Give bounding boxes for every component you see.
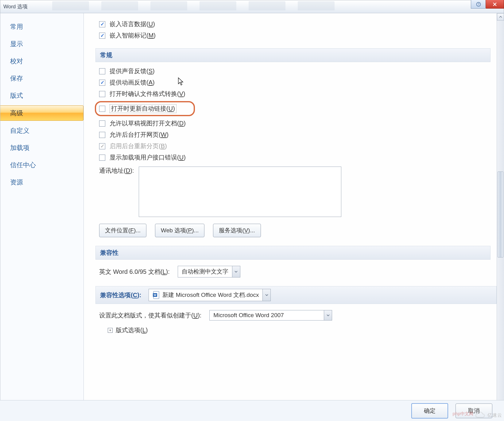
blurred-background-tabs: [52, 1, 464, 12]
check-label: 提供声音反馈(S): [110, 67, 155, 75]
checkbox-icon: [99, 132, 105, 138]
scrollbar[interactable]: [497, 13, 504, 409]
check-label: 显示加载项用户接口错误(U): [110, 153, 186, 162]
title-bar: Word 选项 ?: [0, 0, 504, 13]
layout-options-expander[interactable]: + 版式选项(L): [108, 326, 493, 334]
sidebar-item-layout[interactable]: 版式: [0, 88, 83, 103]
en-word-label: 英文 Word 6.0/95 文档(L):: [99, 268, 170, 276]
sidebar-item-save[interactable]: 保存: [0, 71, 83, 86]
sidebar-item-resources[interactable]: 资源: [0, 175, 83, 190]
checkbox-icon: [99, 91, 105, 97]
service-options-button[interactable]: 服务选项(V)...: [213, 224, 261, 237]
sidebar-item-proofing[interactable]: 校对: [0, 54, 83, 69]
check-addin-ui-errors[interactable]: 显示加载项用户接口错误(U): [99, 153, 493, 162]
check-confirm-convert[interactable]: 打开时确认文件格式转换(V): [99, 90, 493, 98]
web-options-button[interactable]: Web 选项(P)...: [155, 224, 204, 237]
check-embed-language[interactable]: 嵌入语言数据(U): [99, 20, 493, 28]
sidebar-item-advanced[interactable]: 高级: [0, 105, 83, 121]
check-bg-repagination: 启用后台重新分页(B): [99, 142, 493, 150]
watermark-php: php中文网: [452, 411, 473, 417]
check-label: 打开时确认文件格式转换(V): [110, 90, 185, 98]
word-doc-icon: W: [153, 291, 160, 299]
combo-value: 自动检测中文文字: [178, 266, 232, 277]
en-word-row: 英文 Word 6.0/95 文档(L): 自动检测中文文字: [99, 266, 493, 277]
sidebar-item-display[interactable]: 显示: [0, 37, 83, 51]
help-button[interactable]: ?: [471, 0, 486, 9]
compat-options-label: 兼容性选项(C):: [100, 291, 141, 299]
watermark: 亿速云: [474, 411, 502, 420]
checkbox-icon: [99, 33, 105, 39]
check-embed-smart-tags[interactable]: 嵌入智能标记(M): [99, 31, 493, 40]
check-label: 嵌入语言数据(U): [110, 20, 155, 28]
mailing-address-input[interactable]: [139, 167, 341, 217]
svg-text:W: W: [154, 293, 157, 297]
combo-value: Microsoft Office Word 2007: [210, 310, 324, 320]
plus-icon: +: [108, 328, 113, 333]
check-sound-feedback[interactable]: 提供声音反馈(S): [99, 67, 493, 75]
compat-options-combo[interactable]: W 新建 Microsoft Office Word 文档.docx: [149, 289, 271, 301]
check-bg-open-web[interactable]: 允许后台打开网页(W): [99, 131, 493, 139]
chevron-down-icon: [232, 266, 240, 277]
checkbox-icon: [99, 106, 105, 112]
compat-options-row: 兼容性选项(C): W 新建 Microsoft Office Word 文档.…: [95, 286, 497, 304]
check-update-auto-links[interactable]: 打开时更新自动链接(U): [99, 104, 176, 113]
sidebar-item-customize[interactable]: 自定义: [0, 123, 83, 138]
ok-button[interactable]: 确定: [411, 403, 448, 419]
expander-label: 版式选项(L): [116, 326, 148, 334]
check-label: 嵌入智能标记(M): [110, 31, 156, 40]
layout-as-row: 设置此文档版式，使其看似创建于(U): Microsoft Office Wor…: [99, 310, 493, 321]
combo-value: W 新建 Microsoft Office Word 文档.docx: [149, 289, 262, 301]
scrollbar-thumb[interactable]: [498, 171, 503, 258]
check-label: 提供动画反馈(A): [110, 78, 155, 87]
sidebar-item-frequent[interactable]: 常用: [0, 19, 83, 34]
checkbox-icon: [99, 80, 105, 86]
section-compatibility-header: 兼容性: [95, 246, 490, 260]
options-panel: 嵌入语言数据(U) 嵌入智能标记(M) 常规 提供声音反馈(S) 提供动画反馈(…: [84, 13, 504, 409]
checkbox-icon: [99, 155, 105, 161]
category-sidebar: 常用 显示 校对 保存 版式 高级 自定义 加载项 信任中心 资源: [0, 13, 84, 409]
cloud-icon: [474, 411, 486, 420]
scroll-up-button[interactable]: [497, 13, 504, 21]
dialog-footer: 确定 取消: [0, 400, 504, 421]
svg-text:?: ?: [478, 3, 479, 6]
dialog-body: 常用 显示 校对 保存 版式 高级 自定义 加载项 信任中心 资源 嵌入语言数据…: [0, 13, 504, 409]
checkbox-icon: [99, 143, 105, 149]
mailing-address-row: 通讯地址(D):: [99, 167, 493, 217]
highlight-annotation: 打开时更新自动链接(U): [95, 101, 195, 116]
help-icon: ?: [476, 2, 481, 7]
check-draft-open[interactable]: 允许以草稿视图打开文档(D): [99, 119, 493, 128]
mailing-label: 通讯地址(D):: [99, 167, 134, 175]
check-label: 允许后台打开网页(W): [110, 131, 169, 139]
chevron-down-icon: [262, 289, 270, 301]
layout-as-combo[interactable]: Microsoft Office Word 2007: [209, 310, 332, 321]
check-label: 允许以草稿视图打开文档(D): [110, 119, 186, 128]
checkbox-icon: [99, 21, 105, 27]
check-animation-feedback[interactable]: 提供动画反馈(A): [99, 78, 493, 87]
chevron-down-icon: [324, 310, 332, 320]
sidebar-item-trust[interactable]: 信任中心: [0, 158, 83, 172]
check-label: 启用后台重新分页(B): [110, 142, 167, 150]
checkbox-icon: [99, 68, 105, 74]
window-title: Word 选项: [3, 3, 28, 10]
layout-as-label: 设置此文档版式，使其看似创建于(U):: [99, 311, 201, 320]
checkbox-icon: [99, 120, 105, 127]
sidebar-item-addins[interactable]: 加载项: [0, 140, 83, 155]
section-general-header: 常规: [95, 48, 490, 62]
close-button[interactable]: [486, 0, 504, 9]
close-icon: [492, 2, 497, 7]
chevron-up-icon: [499, 16, 502, 18]
general-buttons: 文件位置(F)... Web 选项(P)... 服务选项(V)...: [99, 224, 493, 237]
en-word-combo[interactable]: 自动检测中文文字: [178, 266, 240, 277]
file-locations-button[interactable]: 文件位置(F)...: [99, 224, 146, 237]
check-label: 打开时更新自动链接(U): [110, 104, 176, 113]
